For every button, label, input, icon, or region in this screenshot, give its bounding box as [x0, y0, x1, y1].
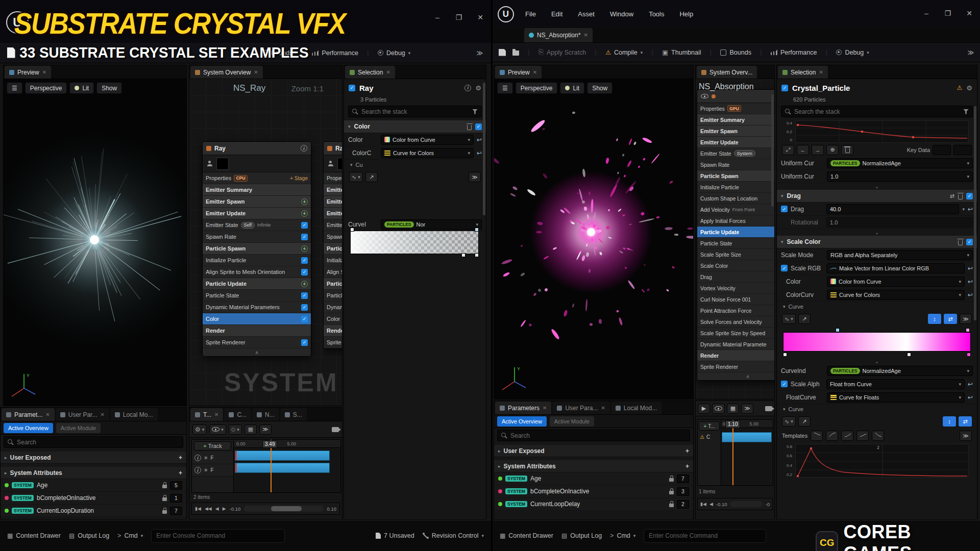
play-button[interactable]: ▶: [223, 506, 226, 511]
go-to-start-button[interactable]: ▮◀: [700, 502, 706, 507]
node-stack-row[interactable]: Particle State + ✓: [203, 290, 311, 302]
add-track-button[interactable]: +Track: [194, 441, 231, 450]
node-stack-row[interactable]: Sprite Renderer +: [697, 361, 774, 372]
node-stack-row[interactable]: Render +: [697, 350, 774, 361]
add-key-button[interactable]: ⊕: [826, 145, 839, 155]
node-stack-row[interactable]: Custom Shape Location +: [697, 193, 774, 204]
output-log-button[interactable]: ▤Output Log: [561, 532, 602, 539]
node-stack-row[interactable]: Point Attraction Force +: [697, 305, 774, 316]
node-collapse-button[interactable]: ∧: [203, 348, 311, 356]
emitter-enabled-checkbox[interactable]: ✓: [349, 85, 355, 91]
camera-icon[interactable]: [332, 427, 339, 432]
parameters-search[interactable]: [4, 436, 183, 448]
node-stack-row[interactable]: Emitter Spawn +: [697, 126, 774, 137]
panel-tab[interactable]: Parameters ✕: [495, 402, 551, 414]
node-stack-row[interactable]: Emitter Update + ✓: [203, 208, 311, 219]
close-button[interactable]: ✕: [959, 5, 980, 21]
lit-button[interactable]: Lit: [560, 82, 584, 94]
uniform-curve-row[interactable]: Uniform Cur PARTICLES NormalizedAge ▾: [777, 157, 977, 170]
close-tab-icon[interactable]: ✕: [254, 69, 258, 75]
close-tab-icon[interactable]: ✕: [583, 32, 587, 38]
scrollbar[interactable]: [771, 94, 774, 207]
color-from-curve-dropdown[interactable]: Color from Curve ▾: [381, 135, 474, 145]
module-enabled-checkbox[interactable]: ✓: [301, 316, 308, 322]
node-stack-row[interactable]: Emitter State: [324, 219, 342, 231]
attribute-row[interactable]: SYSTEM bCompleteOnInactive 3: [494, 485, 693, 498]
reset-to-default-icon[interactable]: ↩: [968, 206, 973, 213]
ray-viewport[interactable]: ☰ Perspective Lit Show Y: [4, 79, 186, 406]
color-key-handle[interactable]: [907, 353, 911, 357]
show-button[interactable]: Show: [587, 82, 612, 94]
show-button[interactable]: Show: [96, 82, 122, 94]
performance-button[interactable]: Performance: [771, 49, 817, 56]
color-row[interactable]: Color Color from Curve ▾ ↩: [344, 133, 486, 146]
snap-horizontal-button[interactable]: ⇄: [959, 416, 972, 427]
system-attributes-section[interactable]: ▸ System Attributes +: [1, 467, 186, 479]
tab-system-overview[interactable]: System Overv...: [697, 66, 757, 79]
module-enabled-checkbox[interactable]: ✓: [301, 234, 308, 240]
parameters-search-input[interactable]: [510, 432, 686, 439]
user-exposed-section[interactable]: ▸ User Exposed +: [494, 445, 693, 457]
timeline-ruler[interactable]: 0.00 5.00: [234, 440, 340, 448]
camera-icon[interactable]: [765, 406, 772, 411]
node-header[interactable]: [697, 90, 774, 103]
keying-options-button[interactable]: ◇▾: [229, 424, 242, 435]
module-enabled-checkbox[interactable]: ✓: [475, 123, 482, 130]
gear-icon[interactable]: ⚙: [475, 84, 481, 92]
curve-index-row[interactable]: CurveInd PARTICLES NormalizedAge ▾: [777, 364, 977, 378]
drag-module-header[interactable]: ▾ Drag ⇄ ✓: [777, 190, 977, 203]
frame-back-button[interactable]: ◀: [215, 506, 219, 511]
browse-to-asset-icon[interactable]: [512, 51, 519, 56]
node-stack-row[interactable]: Dynamic Material Paramete +: [697, 339, 774, 350]
alpha-key-handle[interactable]: [475, 228, 479, 232]
panel-tab[interactable]: T... ✕: [190, 408, 223, 421]
close-tab-icon[interactable]: ✕: [100, 412, 104, 417]
emitter-thumbnail[interactable]: [216, 158, 229, 170]
curve-for-colors-dropdown[interactable]: Curve for Colors ▾: [381, 148, 474, 158]
eye-icon[interactable]: [701, 94, 708, 98]
node-stack-row[interactable]: Render: [324, 325, 342, 337]
content-drawer-button[interactable]: ▦Content Drawer: [500, 532, 553, 539]
step-back-button[interactable]: ◀◀: [205, 506, 212, 511]
node-stack-row[interactable]: Particle Spawn: [324, 243, 342, 255]
curve-for-colors-dropdown[interactable]: Curve for Colors ▾: [827, 290, 965, 300]
add-track-button[interactable]: +T...: [699, 421, 720, 431]
node-collapse-button[interactable]: ∧: [697, 372, 774, 380]
snap-vertical-button[interactable]: ↕: [943, 416, 956, 427]
uniform-curve-preview[interactable]: [795, 120, 969, 143]
close-tab-icon[interactable]: ✕: [42, 69, 46, 75]
warning-icon[interactable]: ⚠: [957, 84, 963, 91]
node-header[interactable]: Ray i: [203, 142, 311, 155]
timeline-clip[interactable]: [235, 450, 330, 461]
tab-system-overview[interactable]: System Overview✕: [190, 66, 263, 79]
snap-vertical-button[interactable]: ↕: [928, 314, 941, 324]
node-stack-row[interactable]: Sprite Renderer: [324, 337, 342, 348]
node-stack-row[interactable]: Scale Sprite Size by Speed +: [697, 328, 774, 339]
node-stack-row[interactable]: Particle Update + ✓: [203, 278, 311, 290]
node-stack-row[interactable]: Vortex Velocity +: [697, 283, 774, 294]
trash-icon[interactable]: [958, 194, 963, 199]
timeline-clip[interactable]: [235, 463, 330, 473]
menu-item[interactable]: Help: [679, 10, 693, 18]
node-stack-row[interactable]: Emitter Update +: [697, 137, 774, 148]
timeline-track-area[interactable]: 0.00 5.00 3.49: [234, 440, 340, 492]
active-module-button[interactable]: Active Module: [56, 423, 101, 433]
stack-search[interactable]: [348, 106, 482, 117]
attribute-row[interactable]: SYSTEM CurrentLoopDelay 2: [494, 498, 693, 511]
toolbar-overflow-icon[interactable]: ≫: [967, 49, 974, 56]
curve-view-button[interactable]: ∿▾: [782, 314, 796, 324]
node-stack-row[interactable]: Spawn Rate + ✓: [203, 231, 311, 243]
node-stack-row[interactable]: Initialize Particle: [324, 255, 342, 266]
attribute-row[interactable]: SYSTEM Age 5: [1, 479, 186, 492]
module-enabled-checkbox[interactable]: ✓: [301, 304, 308, 311]
curve-group-row[interactable]: ▾ Curve: [777, 302, 977, 312]
panel-tab[interactable]: Local Mod... ✕: [611, 402, 662, 414]
node-stack-row[interactable]: Apply Initial Forces +: [697, 215, 774, 227]
curve-view-button[interactable]: ∿▾: [349, 172, 363, 182]
alpha-key-handle[interactable]: [836, 328, 840, 332]
emitter-enabled-checkbox[interactable]: ✓: [781, 85, 788, 91]
make-vector-dropdown[interactable]: Make Vector from Linear Color RGB: [826, 263, 965, 273]
float-curve-row[interactable]: FloatCurve Curve for Floats ▾ ↩: [777, 391, 977, 404]
color-curve-row[interactable]: ColorCurv Curve for Colors ▾ ↩: [777, 288, 977, 302]
timeline-overflow-button[interactable]: ≫: [259, 424, 272, 435]
